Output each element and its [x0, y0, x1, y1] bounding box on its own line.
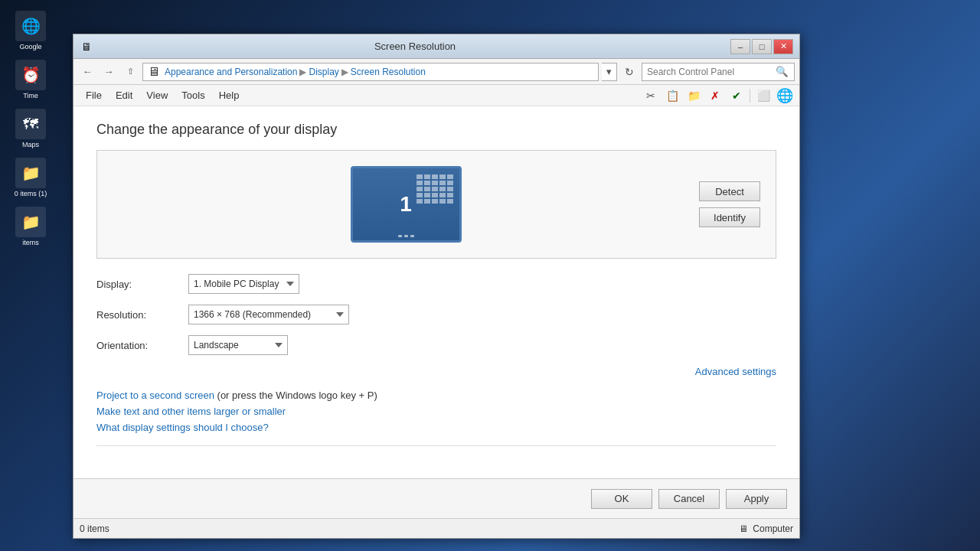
- project-link-line: Project to a second screen (or press the…: [96, 390, 776, 401]
- cancel-button[interactable]: Cancel: [658, 489, 720, 509]
- display-control: 1. Mobile PC Display: [188, 274, 776, 294]
- ok-button[interactable]: OK: [591, 489, 652, 509]
- status-bar: 0 items 🖥 Computer: [74, 518, 799, 538]
- window-icon: 🖥: [80, 40, 93, 54]
- toolbar-right: ✂ 📋 📁 ✗ ✔ ⬜ 🌐: [642, 87, 793, 104]
- search-input[interactable]: [647, 67, 776, 77]
- menu-edit[interactable]: Edit: [109, 87, 139, 103]
- display-select[interactable]: 1. Mobile PC Display: [188, 274, 299, 294]
- close-button[interactable]: ✕: [773, 39, 793, 54]
- minimize-button[interactable]: –: [730, 39, 750, 54]
- back-button[interactable]: ←: [78, 63, 96, 81]
- identify-button[interactable]: Identify: [699, 207, 760, 227]
- text-size-link-line: Make text and other items larger or smal…: [96, 406, 776, 417]
- menu-help[interactable]: Help: [213, 87, 246, 103]
- breadcrumb-appearance[interactable]: Appearance and Personalization: [165, 67, 297, 77]
- address-bar: ← → ⇧ 🖥 Appearance and Personalization ▶…: [74, 59, 799, 85]
- copy-icon[interactable]: 📋: [664, 87, 681, 104]
- forward-button[interactable]: →: [100, 63, 118, 81]
- apply-button[interactable]: Apply: [726, 489, 787, 509]
- computer-label: Computer: [753, 523, 793, 534]
- search-box: 🔍: [642, 63, 795, 81]
- status-right: 🖥 Computer: [739, 523, 793, 534]
- advanced-settings-link[interactable]: Advanced settings: [96, 366, 776, 377]
- refresh-button[interactable]: ↻: [620, 63, 639, 81]
- separator: [96, 445, 776, 446]
- items-count: 0 items: [80, 523, 109, 534]
- minimize-all-icon[interactable]: ⬜: [755, 87, 772, 104]
- check-icon[interactable]: ✔: [728, 87, 745, 104]
- desktop-icon-area: 🌐 Google ⏰ Time 🗺 Maps 📁 0 items (1) 📁 i…: [0, 0, 61, 551]
- folder-icon[interactable]: 📁: [685, 87, 702, 104]
- computer-icon: 🖥: [739, 523, 748, 534]
- title-bar: 🖥 Screen Resolution – □ ✕: [74, 34, 799, 59]
- breadcrumb-display[interactable]: Display: [309, 67, 338, 77]
- resolution-row: Resolution: 1366 × 768 (Recommended) 128…: [96, 305, 776, 324]
- cut-icon[interactable]: ✂: [642, 87, 659, 104]
- globe-icon[interactable]: 🌐: [776, 87, 793, 104]
- monitor-display: 1: [351, 166, 462, 243]
- address-box: 🖥 Appearance and Personalization ▶ Displ…: [142, 63, 599, 81]
- monitor-number: 1: [400, 192, 412, 217]
- delete-icon[interactable]: ✗: [707, 87, 724, 104]
- menu-view[interactable]: View: [140, 87, 174, 103]
- desktop-icon-folder1[interactable]: 📁 0 items (1): [4, 155, 57, 201]
- display-label: Display:: [96, 279, 188, 290]
- menu-file[interactable]: File: [80, 87, 108, 103]
- detect-identify-buttons: Detect Identify: [699, 181, 760, 227]
- menu-bar: File Edit View Tools Help ✂ 📋 📁 ✗ ✔ ⬜ 🌐: [74, 85, 799, 106]
- display-preview: 1 Detect Iden: [96, 150, 776, 259]
- content-area: Change the appearance of your display 1: [74, 106, 799, 478]
- page-title: Change the appearance of your display: [96, 122, 776, 138]
- monitor-container: 1: [113, 166, 699, 243]
- detect-button[interactable]: Detect: [699, 181, 760, 201]
- orientation-label: Orientation:: [96, 340, 188, 351]
- up-button[interactable]: ⇧: [121, 63, 139, 81]
- orientation-row: Orientation: Landscape Portrait Landscap…: [96, 335, 776, 355]
- resolution-control: 1366 × 768 (Recommended) 980 × 551 1024…: [188, 305, 776, 324]
- settings-link-line: What display settings should I choose?: [96, 422, 776, 433]
- toolbar-divider: [750, 89, 750, 103]
- window-title: Screen Resolution: [100, 41, 730, 52]
- project-link[interactable]: Project to a second screen: [96, 390, 214, 401]
- desktop-icon-time[interactable]: ⏰ Time: [4, 57, 57, 103]
- desktop-icon-google[interactable]: 🌐 Google: [4, 8, 57, 54]
- screen-resolution-window: 🖥 Screen Resolution – □ ✕ ← → ⇧ 🖥 Appear…: [73, 34, 800, 539]
- orientation-select[interactable]: Landscape Portrait Landscape (flipped) P…: [188, 335, 288, 355]
- menu-tools[interactable]: Tools: [175, 87, 211, 103]
- breadcrumb-resolution[interactable]: Screen Resolution: [351, 67, 426, 77]
- search-icon[interactable]: 🔍: [776, 64, 789, 80]
- bottom-links: Project to a second screen (or press the…: [96, 390, 776, 433]
- address-dropdown[interactable]: ▾: [602, 63, 617, 81]
- display-row: Display: 1. Mobile PC Display: [96, 274, 776, 294]
- text-size-link[interactable]: Make text and other items larger or smal…: [96, 406, 776, 417]
- resolution-label: Resolution:: [96, 309, 188, 321]
- resolution-select[interactable]: 1366 × 768 (Recommended) 980 × 551 1024…: [188, 305, 349, 324]
- monitor-dots: [398, 235, 414, 237]
- restore-button[interactable]: □: [752, 39, 772, 54]
- orientation-control: Landscape Portrait Landscape (flipped) P…: [188, 335, 776, 355]
- footer: OK Cancel Apply: [74, 478, 799, 518]
- title-bar-controls: – □ ✕: [730, 39, 793, 54]
- desktop-icon-maps[interactable]: 🗺 Maps: [4, 106, 57, 152]
- project-link-suffix: (or press the Windows logo key + P): [217, 390, 377, 401]
- monitor-grid: [416, 174, 453, 204]
- desktop-icon-folder2[interactable]: 📁 items: [4, 204, 57, 249]
- settings-link[interactable]: What display settings should I choose?: [96, 422, 776, 433]
